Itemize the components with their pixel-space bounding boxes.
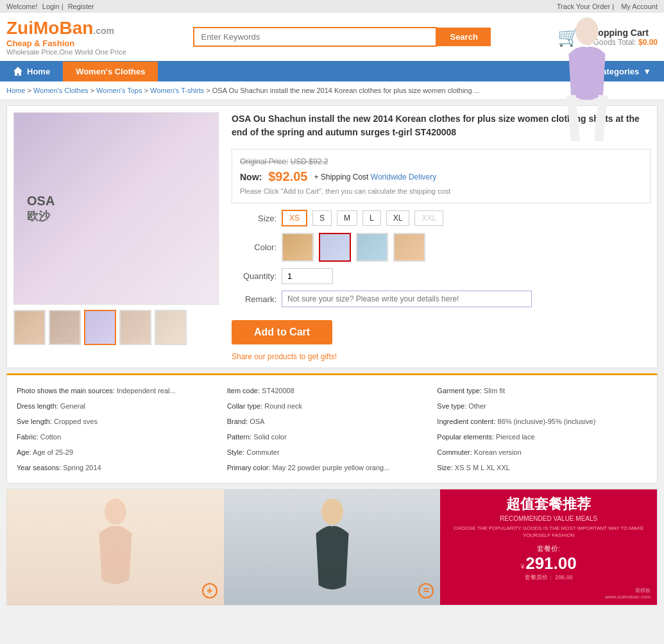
size-row: Size: XS S M L XL XXL	[232, 210, 651, 226]
spec-item: Commuter: Korean version	[437, 446, 647, 458]
color-swatch-4[interactable]	[393, 233, 425, 262]
logo: ZuiMoBan.com Cheap & Fashion Wholesale P…	[6, 18, 126, 56]
color-swatch-1[interactable]	[282, 233, 314, 262]
thumbnail-3[interactable]	[84, 310, 116, 345]
promo-desc: CHOOSE THE POPULARITY GOODS IS THE MOST …	[447, 525, 651, 539]
spec-item: Garment type: Slim fit	[437, 385, 647, 396]
search-area: Search	[193, 27, 490, 47]
product-details: OSA Ou Shachun install the new 2014 Kore…	[232, 112, 651, 361]
spec-item: Size: XS S M L XL XXL	[437, 462, 647, 473]
share-link[interactable]: Share our products to get gifts!	[232, 352, 651, 361]
separator: |	[62, 3, 65, 10]
login-link[interactable]: Login	[42, 3, 60, 10]
breadcrumb-womens-clothes[interactable]: Women's Clothes	[33, 87, 89, 94]
spec-item: Sve type: Other	[437, 400, 647, 412]
promo-orig-price: 套餐原价： 296.00	[525, 573, 573, 582]
svg-point-1	[105, 498, 126, 525]
thumbnail-1[interactable]	[13, 310, 46, 345]
promo-banner: 超值套餐推荐 RECOMMENDED VALUE MEALS CHOOSE TH…	[440, 489, 657, 605]
promo-item-2[interactable]: =	[224, 489, 441, 605]
track-order-link[interactable]: Track Your Order	[557, 3, 610, 10]
spec-item: Year seasons: Spring 2014	[17, 462, 227, 473]
add-to-cart-button[interactable]: Add to Cart	[232, 320, 332, 344]
separator2: |	[612, 3, 616, 10]
calc-note: Please Click "Add to Cart", then you can…	[240, 187, 642, 195]
logo-tagline: Cheap & Fashion Wholesale Price,One Worl…	[6, 38, 126, 56]
size-xxl[interactable]: XXL	[414, 210, 443, 226]
plus-icon: +	[202, 583, 217, 598]
thumbnail-4[interactable]	[119, 310, 151, 345]
main-image-placeholder: OSA 欧沙	[14, 113, 218, 304]
remark-row: Remark:	[232, 291, 651, 307]
color-swatch-3[interactable]	[356, 233, 388, 262]
promo-model-svg-1	[67, 493, 164, 602]
promo-item-1[interactable]: +	[7, 489, 224, 605]
quantity-row: Quantity:	[232, 268, 651, 284]
spec-item: Style: Commuter	[227, 446, 438, 458]
spec-item: Ingredient content: 86% (inclusive)-95% …	[437, 416, 647, 427]
spec-item: Brand: OSA	[227, 416, 438, 427]
spec-item: Pattern: Solid color	[227, 431, 438, 443]
breadcrumb-current: OSA Ou Shachun install the new 2014 Kore…	[212, 87, 480, 94]
promo-item-3[interactable]: 超值套餐推荐 RECOMMENDED VALUE MEALS CHOOSE TH…	[440, 489, 657, 605]
size-l[interactable]: L	[362, 210, 381, 226]
nav-womens-clothes[interactable]: Women's Clothes	[63, 62, 158, 81]
main-product-image: OSA 欧沙	[13, 112, 219, 305]
color-label: Color:	[232, 242, 277, 252]
promo-section: + = 超值套餐推荐 RECOMMENDED VALUE MEALS CHOOS…	[6, 489, 658, 606]
my-account-link[interactable]: My Account	[621, 3, 658, 10]
top-bar: Welcome! Login | Register Track Your Ord…	[0, 0, 664, 13]
quantity-label: Quantity:	[232, 271, 277, 281]
options-section: Size: XS S M L XL XXL Color:	[232, 210, 651, 307]
promo-model-svg-2	[284, 493, 380, 602]
size-xs[interactable]: XS	[282, 210, 307, 226]
shipping-info: + Shipping Cost Worldwide Delivery	[314, 173, 436, 182]
search-input[interactable]	[193, 27, 437, 47]
size-xl[interactable]: XL	[386, 210, 410, 226]
breadcrumb-home[interactable]: Home	[6, 87, 25, 94]
spec-item: Item code: ST420008	[227, 385, 438, 396]
product-image-area: OSA 欧沙	[13, 112, 219, 361]
promo-image-1: +	[7, 489, 224, 605]
promo-en-title: RECOMMENDED VALUE MEALS	[500, 515, 597, 522]
breadcrumb-womens-tops[interactable]: Women's Tops	[96, 87, 142, 94]
svg-point-2	[321, 498, 343, 525]
spec-item: Collar type: Round neck	[227, 400, 438, 412]
spec-item: Fabric: Cotton	[17, 431, 227, 443]
current-price-row: Now: $92.05 + Shipping Cost Worldwide De…	[240, 169, 642, 184]
thumbnail-list	[13, 310, 219, 345]
promo-image-2: =	[224, 489, 441, 605]
size-m[interactable]: M	[337, 210, 357, 226]
welcome-text: Welcome!	[6, 3, 38, 10]
color-row: Color:	[232, 233, 651, 262]
spec-item: Dress length: General	[17, 400, 227, 412]
promo-price-label: 套餐价:	[537, 544, 560, 554]
spec-item: Popular elements: Pierced lace	[437, 431, 647, 443]
remark-input[interactable]	[282, 291, 532, 307]
promo-price-row: ¥ 291.00	[521, 554, 577, 573]
top-bar-right: Track Your Order | My Account	[552, 3, 658, 10]
spec-item: Primary color: May 22 powder purple yell…	[227, 462, 438, 473]
specs-section: Photo shows the main sources: Independen…	[6, 373, 658, 484]
thumbnail-2[interactable]	[49, 310, 81, 345]
nav-home[interactable]: Home	[0, 61, 63, 81]
register-link[interactable]: Register	[68, 3, 94, 10]
product-container: OSA 欧沙	[6, 105, 658, 368]
original-price: Original Price: USD $92.2	[240, 157, 642, 166]
promo-cn-title: 超值套餐推荐	[506, 495, 591, 514]
product-layout: OSA 欧沙	[13, 112, 651, 361]
breadcrumb-womens-tshirts[interactable]: Women's T-shirts	[150, 87, 204, 94]
top-bar-left: Welcome! Login | Register	[6, 3, 94, 10]
logo-text: ZuiMoBan.com	[6, 18, 114, 38]
thumbnail-5[interactable]	[155, 310, 187, 345]
specs-grid: Photo shows the main sources: Independen…	[17, 385, 647, 473]
model-figure-2	[224, 489, 441, 605]
size-s[interactable]: S	[312, 210, 332, 226]
quantity-input[interactable]	[282, 268, 333, 284]
product-logo-overlay: OSA 欧沙	[14, 181, 67, 237]
remark-label: Remark:	[232, 294, 277, 304]
color-swatch-2[interactable]	[319, 233, 351, 262]
watermark: 最模板www.zuimoban.com	[447, 587, 651, 600]
search-button[interactable]: Search	[437, 28, 490, 46]
spec-item: Age: Age of 25-29	[17, 446, 227, 458]
